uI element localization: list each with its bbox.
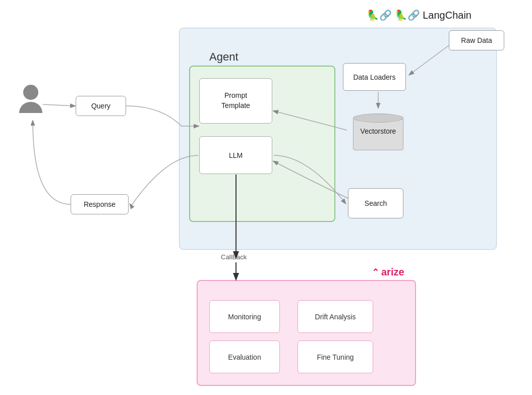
user-head [23, 85, 38, 100]
query-box: Query [76, 96, 126, 116]
agent-label: Agent [209, 50, 239, 64]
query-label: Query [91, 102, 110, 110]
fine-tuning-label: Fine Tuning [317, 353, 353, 361]
search-label: Search [365, 199, 387, 207]
evaluation-box: Evaluation [209, 341, 280, 373]
drift-analysis-box: Drift Analysis [298, 300, 373, 333]
user-body [19, 102, 42, 113]
raw-data-box: Raw Data [449, 30, 504, 50]
arize-chevron-icon: ⌃ [372, 267, 379, 278]
llm-label: LLM [229, 151, 243, 159]
callback-label: CallBack [221, 253, 247, 261]
fine-tuning-box: Fine Tuning [298, 341, 373, 373]
prompt-template-label: PromptTemplate [221, 91, 250, 110]
raw-data-label: Raw Data [461, 36, 492, 44]
llm-box: LLM [199, 136, 272, 174]
svg-line-0 [43, 104, 75, 106]
vectorstore-label: Vectorstore [348, 116, 408, 135]
evaluation-label: Evaluation [228, 353, 261, 361]
monitoring-label: Monitoring [228, 313, 261, 321]
search-box: Search [348, 188, 403, 218]
langchain-emoji: 🦜🔗 [367, 9, 392, 21]
arize-text: arize [381, 266, 404, 278]
response-box: Response [71, 194, 129, 214]
prompt-template-box: PromptTemplate [199, 78, 272, 124]
data-loaders-box: Data Loaders [343, 63, 406, 91]
langchain-label: 🦜🔗 🦜🔗 LangChain [367, 9, 471, 21]
diagram-container: 🦜🔗 🦜🔗 LangChain Agent Query Response Raw… [0, 0, 532, 395]
arize-label: ⌃ arize [372, 266, 434, 278]
data-loaders-label: Data Loaders [353, 73, 395, 81]
user-icon [19, 85, 42, 113]
langchain-text: 🦜🔗 LangChain [395, 9, 471, 21]
response-label: Response [84, 200, 115, 208]
drift-analysis-label: Drift Analysis [315, 313, 356, 321]
monitoring-box: Monitoring [209, 300, 280, 333]
